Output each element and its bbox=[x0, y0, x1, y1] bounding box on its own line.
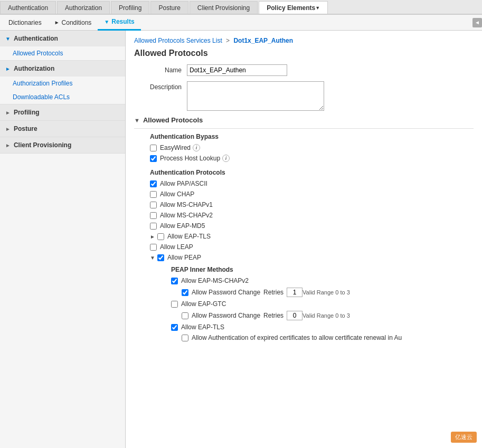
retries-input-2[interactable] bbox=[287, 311, 303, 320]
process-host-lookup-label[interactable]: Process Host Lookup bbox=[160, 155, 220, 162]
page-title: Allowed Protocols bbox=[134, 49, 474, 58]
nav-results[interactable]: ▼ Results bbox=[98, 15, 140, 31]
sidebar-item-allowed-protocols[interactable]: Allowed Protocols bbox=[0, 46, 125, 60]
breadcrumb-current: Dot1x_EAP_Authen bbox=[233, 37, 293, 44]
leap-row: Allow LEAP bbox=[134, 242, 474, 252]
top-nav: Authentication Authorization Profiling P… bbox=[0, 0, 482, 15]
sidebar: ▼ Authentication Allowed Protocols ► Aut… bbox=[0, 31, 126, 448]
posture-tri: ► bbox=[5, 126, 11, 132]
sidebar-item-downloadable-acls[interactable]: Downloadable ACLs bbox=[0, 90, 125, 104]
description-input[interactable] bbox=[187, 81, 324, 111]
tab-policy-elements[interactable]: Policy Elements bbox=[259, 1, 328, 14]
eap-gtc-pwchange-row: Allow Password Change Retries Valid Rang… bbox=[134, 309, 474, 322]
tab-client-provisioning[interactable]: Client Provisioning bbox=[190, 1, 258, 14]
eap-ms-chapv2-label[interactable]: Allow EAP-MS-CHAPv2 bbox=[181, 277, 249, 284]
chap-label[interactable]: Allow CHAP bbox=[160, 190, 194, 198]
peap-eap-tls-row: Allow EAP-TLS bbox=[134, 322, 474, 332]
easywired-info-icon[interactable]: i bbox=[193, 144, 200, 151]
process-host-lookup-info-icon[interactable]: i bbox=[222, 155, 230, 162]
results-arrow: ▼ bbox=[104, 19, 109, 25]
nav-conditions[interactable]: ► Conditions bbox=[48, 15, 98, 31]
allowed-protocols-section-header[interactable]: ▼ Allowed Protocols bbox=[134, 116, 474, 124]
chap-row: Allow CHAP bbox=[134, 189, 474, 199]
eap-tls-expand-icon[interactable]: ► bbox=[150, 234, 155, 240]
collapse-button[interactable]: ◄ bbox=[472, 18, 482, 27]
description-label: Description bbox=[134, 81, 187, 91]
ms-chapv1-label[interactable]: Allow MS-CHAPv1 bbox=[160, 201, 213, 208]
eap-ms-chapv2-pwchange-checkbox[interactable] bbox=[182, 289, 188, 296]
sidebar-header-profiling[interactable]: ► Profiling bbox=[0, 104, 125, 120]
authentication-tri: ▼ bbox=[5, 36, 11, 42]
ms-chapv2-checkbox[interactable] bbox=[150, 212, 157, 219]
main-layout: ▼ Authentication Allowed Protocols ► Aut… bbox=[0, 31, 482, 448]
eap-tls-checkbox[interactable] bbox=[157, 233, 164, 240]
authorization-tri: ► bbox=[5, 66, 11, 72]
leap-checkbox[interactable] bbox=[150, 244, 157, 251]
description-row: Description bbox=[134, 81, 474, 111]
sidebar-section-authentication: ▼ Authentication Allowed Protocols bbox=[0, 31, 125, 61]
eap-gtc-label[interactable]: Allow EAP-GTC bbox=[181, 300, 226, 308]
tab-authentication[interactable]: Authentication bbox=[0, 1, 56, 14]
peap-expand-icon[interactable]: ▼ bbox=[150, 255, 155, 261]
leap-label[interactable]: Allow LEAP bbox=[160, 243, 193, 251]
sidebar-header-client-provisioning[interactable]: ► Client Provisioning bbox=[0, 137, 125, 153]
retries-input-1[interactable] bbox=[287, 288, 303, 297]
ms-chapv2-label[interactable]: Allow MS-CHAPv2 bbox=[160, 212, 213, 219]
sidebar-section-profiling: ► Profiling bbox=[0, 104, 125, 121]
eap-gtc-row: Allow EAP-GTC bbox=[134, 299, 474, 309]
sidebar-header-posture[interactable]: ► Posture bbox=[0, 121, 125, 137]
breadcrumb-parent[interactable]: Allowed Protocols Services List bbox=[134, 37, 222, 44]
peap-checkbox[interactable] bbox=[157, 254, 164, 261]
retries-label-1: Retries bbox=[263, 289, 283, 296]
sidebar-item-authorization-profiles[interactable]: Authorization Profiles bbox=[0, 77, 125, 90]
pap-ascii-row: Allow PAP/ASCII bbox=[134, 178, 474, 189]
eap-md5-row: Allow EAP-MD5 bbox=[134, 221, 474, 231]
watermark: 亿速云 bbox=[451, 432, 477, 443]
peap-eap-tls-checkbox[interactable] bbox=[171, 324, 178, 331]
peap-eap-tls-expired-label[interactable]: Allow Authentication of expired certific… bbox=[192, 334, 402, 341]
eap-md5-label[interactable]: Allow EAP-MD5 bbox=[160, 222, 205, 230]
sidebar-header-authentication[interactable]: ▼ Authentication bbox=[0, 31, 125, 46]
tab-posture[interactable]: Posture bbox=[150, 1, 188, 14]
auth-protocols-title: Authentication Protocols bbox=[150, 169, 474, 176]
section-divider bbox=[134, 128, 474, 129]
peap-row: ▼ Allow PEAP bbox=[134, 252, 474, 263]
eap-tls-label[interactable]: Allow EAP-TLS bbox=[167, 233, 211, 240]
name-row: Name bbox=[134, 64, 474, 76]
ms-chapv1-checkbox[interactable] bbox=[150, 202, 157, 208]
peap-inner-title: PEAP Inner Methods bbox=[134, 266, 474, 273]
conditions-arrow: ► bbox=[54, 20, 60, 25]
pap-ascii-checkbox[interactable] bbox=[150, 180, 157, 187]
process-host-lookup-row: Process Host Lookup i bbox=[134, 153, 474, 164]
peap-eap-tls-label[interactable]: Allow EAP-TLS bbox=[181, 323, 224, 331]
name-input[interactable] bbox=[187, 64, 287, 76]
sidebar-section-posture: ► Posture bbox=[0, 121, 125, 137]
eap-gtc-pwchange-checkbox[interactable] bbox=[182, 312, 188, 319]
auth-bypass-title: Authentication Bypass bbox=[150, 133, 474, 140]
eap-ms-chapv2-checkbox[interactable] bbox=[171, 278, 178, 284]
chap-checkbox[interactable] bbox=[150, 191, 157, 198]
eap-gtc-pwchange-label[interactable]: Allow Password Change bbox=[192, 312, 260, 319]
pap-ascii-label[interactable]: Allow PAP/ASCII bbox=[160, 180, 207, 187]
peap-eap-tls-expired-checkbox[interactable] bbox=[182, 335, 188, 341]
process-host-lookup-checkbox[interactable] bbox=[150, 155, 157, 162]
content-area: Allowed Protocols Services List > Dot1x_… bbox=[126, 31, 482, 448]
easywired-label[interactable]: EasyWired bbox=[160, 144, 191, 151]
eap-gtc-checkbox[interactable] bbox=[171, 301, 178, 308]
sidebar-header-authorization[interactable]: ► Authorization bbox=[0, 61, 125, 77]
valid-range-1: Valid Range 0 to 3 bbox=[303, 289, 350, 296]
eap-ms-chapv2-row: Allow EAP-MS-CHAPv2 bbox=[134, 275, 474, 286]
easywired-checkbox[interactable] bbox=[150, 145, 157, 151]
eap-ms-chapv2-pwchange-label[interactable]: Allow Password Change bbox=[192, 289, 260, 296]
sidebar-section-authorization: ► Authorization Authorization Profiles D… bbox=[0, 61, 125, 104]
client-provisioning-tri: ► bbox=[5, 142, 11, 148]
sidebar-section-client-provisioning: ► Client Provisioning bbox=[0, 137, 125, 154]
eap-md5-checkbox[interactable] bbox=[150, 223, 157, 230]
nav-dictionaries[interactable]: Dictionaries bbox=[2, 15, 48, 31]
eap-ms-chapv2-pwchange-row: Allow Password Change Retries Valid Rang… bbox=[134, 286, 474, 299]
peap-label[interactable]: Allow PEAP bbox=[167, 254, 201, 261]
tab-authorization[interactable]: Authorization bbox=[57, 1, 110, 14]
allowed-protocols-label: Allowed Protocols bbox=[143, 116, 203, 124]
valid-range-2: Valid Range 0 to 3 bbox=[303, 312, 350, 319]
tab-profiling[interactable]: Profiling bbox=[111, 1, 149, 14]
